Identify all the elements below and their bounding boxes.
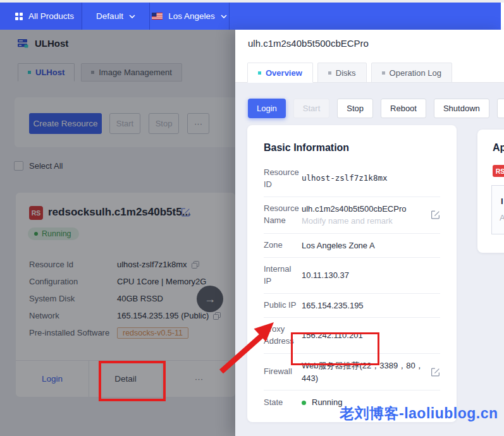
secondary-card-box: I A [491, 185, 504, 234]
drawer-login-button[interactable]: Login [248, 99, 286, 118]
tab-dot-icon [28, 71, 31, 74]
tab-dot-icon [328, 71, 331, 75]
region-label: Los Angeles [168, 11, 215, 21]
all-products-label: All Products [28, 11, 74, 21]
card-detail-button[interactable]: Detail [89, 361, 162, 397]
us-flag-icon [152, 13, 163, 20]
secondary-card-heading: Ap [493, 142, 504, 154]
left-tab-bar: ULHostImage Management [18, 63, 182, 82]
status-badge: Running [28, 227, 79, 240]
drawer-start-button[interactable]: Start [293, 99, 329, 118]
all-products-menu[interactable]: All Products [0, 3, 82, 30]
ulhost-list-panel: ULHost ULHostImage Management Create Res… [0, 30, 235, 436]
resource-fields: Resource Idulhost-zslf7z1k8mxConfigurati… [29, 256, 219, 341]
card-more-button[interactable]: ··· [162, 361, 235, 397]
project-label: Default [96, 11, 123, 21]
info-row-proxy-address: Proxy Address156.242.110.201 [264, 318, 440, 354]
edit-icon[interactable] [431, 210, 440, 219]
section-heading: Basic Information [264, 142, 440, 154]
toolbar-card: Create Resource Start Stop ··· [15, 97, 235, 147]
field-row-network: Network165.154.235.195 (Public) [29, 307, 219, 324]
arrow-right-icon: → [204, 293, 216, 306]
resource-card: RS redsocksulh.c1m2s40b5t5... Running Re… [16, 193, 235, 397]
resource-card-actions: LoginDetail··· [16, 360, 235, 397]
site-watermark: 老刘博客-laoliublog.cn [340, 404, 498, 423]
field-row-system-disk: System Disk40GB RSSD [29, 290, 219, 307]
drawer-more-button[interactable]: ··· [497, 99, 504, 118]
software-tag: redsocks-v0.5-11 [117, 327, 188, 339]
top-navigation-bar: All Products Default Los Angeles [0, 3, 501, 30]
detail-drawer: ulh.c1m2s40b5t500cbECPro OverviewDisksOp… [235, 30, 504, 436]
tab-ulhost[interactable]: ULHost [18, 63, 75, 82]
stop-button[interactable]: Stop [149, 113, 179, 134]
edit-name-icon[interactable] [181, 208, 190, 219]
card-login-button[interactable]: Login [16, 361, 89, 397]
copy-icon[interactable] [192, 261, 199, 269]
select-all-checkbox[interactable] [14, 161, 23, 171]
carousel-next-button[interactable]: → [197, 286, 223, 312]
copy-icon[interactable] [213, 312, 221, 320]
tab-dot-icon [91, 71, 94, 74]
region-selector[interactable]: Los Angeles [150, 3, 230, 30]
drawer-stop-button[interactable]: Stop [337, 99, 373, 118]
drawer-shutdown-button[interactable]: Shutdown [434, 99, 489, 118]
info-row-resource-id: Resource IDulhost-zslf7z1k8mx [264, 161, 440, 197]
field-row-configuration: ConfigurationCPU 1Core | Memory2G [29, 273, 219, 290]
drawer-reboot-button[interactable]: Reboot [381, 99, 426, 118]
field-row-resource-id: Resource Idulhost-zslf7z1k8mx [29, 256, 219, 273]
tab-dot-icon [258, 71, 261, 75]
tab-disks[interactable]: Disks [317, 63, 367, 83]
running-dot-icon [302, 401, 306, 405]
resource-card-title: redsocksulh.c1m2s40b5t5... [48, 206, 191, 219]
start-button[interactable]: Start [109, 113, 140, 134]
drawer-tab-bar: OverviewDisksOperation Log [235, 62, 504, 83]
tab-dot-icon [382, 71, 385, 75]
field-row-pre-installed-software: Pre-installed Softwareredsocks-v0.5-11 [29, 324, 219, 341]
chevron-down-icon [129, 15, 135, 18]
resource-type-badge: RS [29, 206, 43, 220]
select-all-label: Select All [29, 161, 63, 171]
info-row-resource-name: Resource Nameulh.c1m2s40b5t500cbECProMod… [264, 197, 440, 234]
secondary-card: Ap RS I A [477, 130, 504, 253]
page-title: ULHost [35, 38, 68, 49]
info-row-internal-ip: Internal IP10.11.130.37 [264, 258, 440, 294]
tab-overview[interactable]: Overview [247, 63, 313, 83]
drawer-title: ulh.c1m2s40b5t500cbECPro [248, 38, 369, 49]
create-resource-button[interactable]: Create Resource [29, 113, 102, 134]
server-icon [18, 39, 28, 48]
basic-information-card: Basic Information Resource IDulhost-zslf… [247, 125, 457, 422]
tab-image-management[interactable]: Image Management [81, 63, 182, 82]
project-selector[interactable]: Default [82, 3, 150, 30]
chevron-down-icon [221, 15, 227, 18]
tab-operation-log[interactable]: Operation Log [371, 63, 452, 83]
info-row-public-ip: Public IP165.154.235.195 [264, 294, 440, 318]
resource-type-badge: RS [493, 165, 504, 177]
info-row-firewall: FirewallWeb服务器推荐(22，3389，80，443) [264, 354, 440, 391]
running-dot-icon [34, 232, 38, 236]
screen: All Products Default Los Angeles [0, 0, 504, 436]
drawer-action-buttons: LoginStartStopRebootShutdown··· [248, 99, 504, 118]
more-actions-button[interactable]: ··· [187, 113, 209, 134]
name-remark-placeholder: Modify name and remark [302, 215, 407, 227]
edit-icon[interactable] [431, 368, 440, 377]
grid-icon [15, 13, 23, 20]
info-row-zone: ZoneLos Angeles Zone A [264, 234, 440, 258]
basic-information-rows: Resource IDulhost-zslf7z1k8mxResource Na… [264, 161, 440, 415]
